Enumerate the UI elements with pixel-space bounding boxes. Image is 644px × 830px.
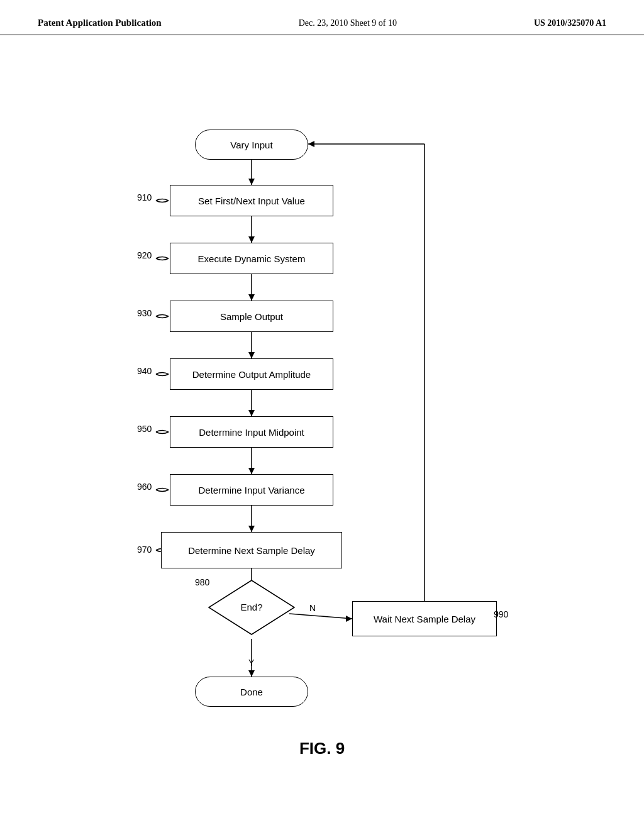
- node-step990: Wait Next Sample Delay: [352, 601, 497, 636]
- ref920: 920: [137, 250, 152, 260]
- ref950: 950: [137, 424, 152, 434]
- svg-marker-20: [308, 141, 314, 147]
- node-step960: Determine Input Variance: [170, 474, 333, 506]
- svg-marker-1: [248, 179, 255, 185]
- node-step980-svg: End?: [208, 579, 296, 636]
- label-n: N: [309, 603, 316, 613]
- node-step970: Determine Next Sample Delay: [161, 532, 342, 568]
- ref960: 960: [137, 482, 152, 492]
- label-y: Y: [248, 658, 254, 668]
- svg-marker-5: [248, 294, 255, 301]
- node-step950: Determine Input Midpoint: [170, 416, 333, 448]
- ref930: 930: [137, 308, 152, 318]
- svg-marker-11: [248, 468, 255, 474]
- ref980: 980: [195, 577, 209, 587]
- svg-line-16: [289, 614, 352, 619]
- svg-marker-7: [248, 352, 255, 358]
- svg-marker-17: [346, 616, 352, 622]
- node-vary-input: Vary Input: [195, 130, 308, 160]
- diagram-svg: [0, 35, 644, 777]
- figure-caption: FIG. 9: [299, 739, 345, 758]
- ref970: 970: [137, 545, 152, 555]
- ref940: 940: [137, 366, 152, 376]
- svg-marker-22: [248, 670, 255, 677]
- node-step940: Determine Output Amplitude: [170, 358, 333, 390]
- node-step930: Sample Output: [170, 301, 333, 332]
- ref990: 990: [494, 609, 508, 619]
- header-right: US 2010/325070 A1: [534, 18, 606, 28]
- svg-marker-3: [248, 236, 255, 243]
- diagram-area: Vary Input Set First/Next Input Value 91…: [0, 35, 644, 777]
- ref910: 910: [137, 192, 152, 202]
- header-left: Patent Application Publication: [38, 18, 162, 28]
- svg-marker-13: [248, 526, 255, 532]
- node-step910: Set First/Next Input Value: [170, 185, 333, 216]
- node-step920: Execute Dynamic System: [170, 243, 333, 274]
- page-header: Patent Application Publication Dec. 23, …: [0, 0, 644, 35]
- svg-text:End?: End?: [240, 602, 262, 612]
- node-done: Done: [195, 677, 308, 707]
- svg-marker-9: [248, 410, 255, 416]
- header-center: Dec. 23, 2010 Sheet 9 of 10: [299, 18, 397, 28]
